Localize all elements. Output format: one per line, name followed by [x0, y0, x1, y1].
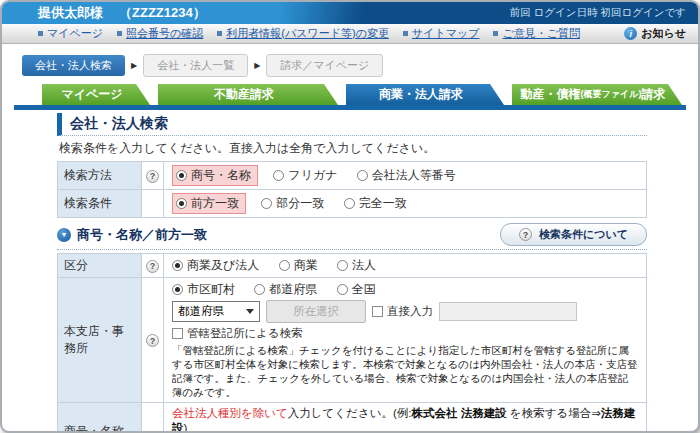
radio-checked-icon [172, 260, 183, 271]
radio-icon [357, 170, 368, 181]
help-icon: ? [519, 228, 532, 241]
radio-icon [279, 260, 290, 271]
search-method-row: 検索方法 ? 商号・名称 フリガナ 会社法人等番号 [58, 162, 647, 190]
tab-commercial-corporate-request[interactable]: 商業・法人請求 [346, 84, 504, 105]
user-name: 提供太郎様 [38, 4, 103, 22]
breadcrumb-arrow-icon: ▶ [131, 61, 137, 70]
office-label: 本支店・事務所 [58, 278, 142, 403]
breadcrumb: 会社・法人検索 ▶ 会社・法人一覧 ▶ 請求／マイページ [22, 54, 698, 77]
square-bullet-icon [403, 31, 408, 36]
instruction-text: 検索条件を入力してください。直接入力は全角で入力してください。 [59, 140, 647, 157]
radio-partial-match[interactable]: 部分一致 [261, 195, 324, 212]
chevron-down-icon: ▼ [57, 228, 71, 242]
last-login-info: 前回 ログイン日時 初回ログインです [510, 6, 686, 20]
nav-mypage-link[interactable]: マイページ [38, 26, 103, 41]
help-icon[interactable]: ? [146, 260, 159, 273]
radio-corporate[interactable]: 法人 [337, 257, 376, 274]
search-method-table: 検索方法 ? 商号・名称 フリガナ 会社法人等番号 検索条件 前方一致 部分一致… [57, 161, 647, 218]
radio-municipality[interactable]: 市区町村 [172, 281, 235, 298]
nav-sitemap-link[interactable]: サイトマップ [403, 26, 480, 41]
office-row: 本支店・事務所 ? 市区町村 都道府県 全国 都道府県 所在選択 直接 [58, 278, 647, 403]
radio-checked-icon [172, 284, 183, 295]
detail-form-table: 区分 ? 商業及び法人 商業 法人 本支店・事務所 ? 市区町村 都道府県 全国 [57, 253, 647, 433]
jurisdiction-note: 「管轄登記所による検索」チェックを付けることにより指定した市区町村を管轄する登記… [172, 344, 638, 399]
main-tabs: マイページ 不動産請求 商業・法人請求 動産・債権(概要ファイル)請求 [42, 84, 698, 105]
radio-commercial-and-corporate[interactable]: 商業及び法人 [172, 257, 259, 274]
nav-feedback-link[interactable]: ご意見・ご質問 [493, 26, 580, 41]
section-header: ▼ 商号・名称／前方一致 ? 検索条件について [57, 223, 647, 250]
square-bullet-icon [38, 31, 43, 36]
location-select-button[interactable]: 所在選択 [266, 300, 366, 323]
header-bar: 提供太郎様 （ZZZZ1234） 前回 ログイン日時 初回ログインです [2, 2, 698, 24]
breadcrumb-arrow-icon: ▶ [254, 61, 260, 70]
help-icon[interactable]: ? [146, 334, 159, 347]
radio-corporate-number[interactable]: 会社法人等番号 [357, 167, 456, 184]
checkbox-icon [172, 328, 183, 339]
prefecture-select[interactable]: 都道府県 [172, 301, 260, 322]
company-name-label: 商号・名称 [58, 403, 142, 433]
direct-input-field[interactable] [439, 302, 577, 321]
radio-checked-icon [176, 198, 187, 209]
radio-checked-icon [176, 170, 187, 181]
checkbox-icon [372, 306, 383, 317]
radio-prefecture[interactable]: 都道府県 [254, 281, 317, 298]
radio-prefix-match[interactable]: 前方一致 [172, 193, 246, 214]
main-content: 会社・法人検索 検索条件を入力してください。直接入力は全角で入力してください。 … [57, 113, 647, 433]
company-name-hint: 会社法人種別を除いて入力してください。(例:株式会社 法務建設 を検索する場合⇒… [172, 406, 638, 433]
radio-icon [337, 284, 348, 295]
radio-nationwide[interactable]: 全国 [337, 281, 376, 298]
company-name-row: 商号・名称 会社法人種別を除いて入力してください。(例:株式会社 法務建設 を検… [58, 403, 647, 433]
page-title: 会社・法人検索 [57, 113, 647, 136]
tab-real-estate-request[interactable]: 不動産請求 [158, 84, 338, 105]
info-icon: i [624, 27, 637, 40]
notice-link[interactable]: iお知らせ [624, 26, 686, 41]
nav-user-info-link[interactable]: 利用者情報(パスワード等)の変更 [217, 26, 389, 41]
category-label: 区分 [58, 254, 142, 278]
search-method-label: 検索方法 [58, 162, 142, 190]
square-bullet-icon [217, 31, 222, 36]
breadcrumb-step-company-search[interactable]: 会社・法人検索 [22, 55, 125, 76]
square-bullet-icon [493, 31, 498, 36]
search-condition-label: 検索条件 [58, 190, 142, 218]
radio-commercial[interactable]: 商業 [279, 257, 318, 274]
breadcrumb-step-company-list: 会社・法人一覧 [143, 54, 248, 77]
search-condition-row: 検索条件 前方一致 部分一致 完全一致 [58, 190, 647, 218]
section-title: ▼ 商号・名称／前方一致 [57, 226, 207, 244]
select-arrow-icon [246, 309, 254, 314]
user-id: （ZZZZ1234） [119, 4, 206, 22]
category-row: 区分 ? 商業及び法人 商業 法人 [58, 254, 647, 278]
radio-icon [344, 198, 355, 209]
radio-exact-match[interactable]: 完全一致 [344, 195, 407, 212]
radio-icon [261, 198, 272, 209]
tab-underline-bar [14, 105, 686, 110]
jurisdiction-checkbox[interactable]: 管轄登記所による検索 [172, 326, 303, 341]
tab-movables-claims-request[interactable]: 動産・債権(概要ファイル)請求 [512, 84, 682, 105]
app-window: 提供太郎様 （ZZZZ1234） 前回 ログイン日時 初回ログインです マイペー… [0, 0, 700, 433]
breadcrumb-step-request-mypage: 請求／マイページ [266, 54, 383, 77]
radio-icon [254, 284, 265, 295]
utility-nav: マイページ 照会番号の確認 利用者情報(パスワード等)の変更 サイトマップ ご意… [2, 24, 698, 44]
direct-input-checkbox[interactable]: 直接入力 [372, 304, 433, 319]
tab-mypage[interactable]: マイページ [42, 84, 150, 105]
radio-icon [337, 260, 348, 271]
square-bullet-icon [117, 31, 122, 36]
search-criteria-help-button[interactable]: ? 検索条件について [500, 223, 647, 246]
nav-inquiry-number-link[interactable]: 照会番号の確認 [117, 26, 203, 41]
radio-furigana[interactable]: フリガナ [273, 167, 337, 184]
radio-trade-name[interactable]: 商号・名称 [172, 165, 258, 186]
radio-icon [273, 170, 284, 181]
help-icon[interactable]: ? [146, 170, 159, 183]
